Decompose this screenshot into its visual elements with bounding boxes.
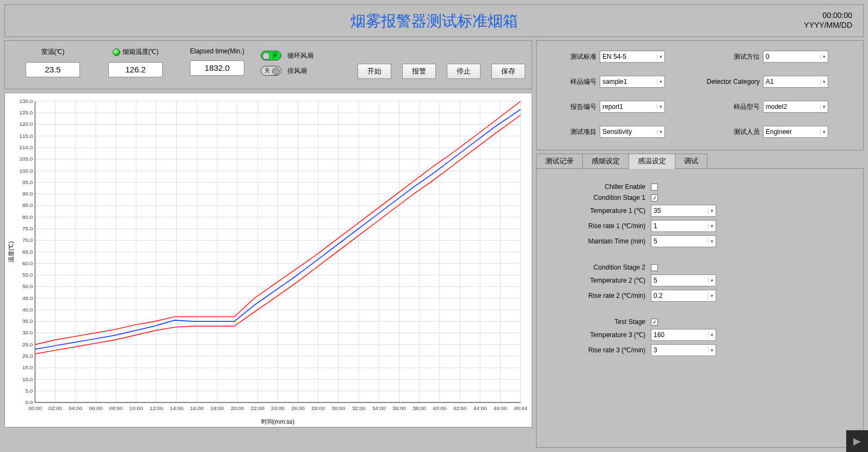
sample-id-label: 样品编号	[537, 77, 596, 87]
svg-text:125.0: 125.0	[19, 109, 33, 115]
rate2-combo[interactable]: 0.2▾	[651, 290, 716, 302]
chart-panel: 0.05.010.015.020.025.030.035.040.045.050…	[4, 93, 532, 427]
svg-text:24:00: 24:00	[271, 405, 285, 411]
save-button[interactable]: 保存	[491, 64, 525, 79]
chevron-down-icon: ▾	[820, 104, 826, 109]
clock-time: 00:00:00	[804, 10, 852, 20]
svg-text:5.0: 5.0	[26, 388, 33, 394]
stage1-checkbox[interactable]: ✓	[651, 194, 658, 201]
chat-widget-icon[interactable]: ▶	[846, 430, 868, 452]
svg-text:04:00: 04:00	[69, 405, 82, 411]
tab-debug[interactable]: 调试	[675, 154, 707, 169]
rate2-label: Rise rate 2 (℃/min)	[537, 292, 645, 300]
temp2-combo[interactable]: 5▾	[651, 274, 716, 286]
stop-button[interactable]: 停止	[447, 64, 481, 79]
sample-id-combo[interactable]: sample1▾	[600, 76, 665, 88]
tester-label: 测试人员	[700, 127, 760, 137]
svg-text:80.0: 80.0	[22, 214, 33, 220]
temp1-combo[interactable]: 35▾	[651, 205, 716, 217]
alarm-button[interactable]: 报警	[402, 64, 436, 79]
svg-text:36:00: 36:00	[392, 405, 406, 411]
chevron-down-icon: ▾	[820, 79, 826, 84]
clock-date: YYYY/MM/DD	[804, 20, 852, 30]
svg-text:50.0: 50.0	[22, 283, 33, 289]
svg-text:02:00: 02:00	[48, 405, 62, 411]
svg-text:35.0: 35.0	[22, 318, 33, 324]
chevron-down-icon: ▾	[708, 223, 713, 229]
chamber-temp-value: 126.2	[108, 62, 163, 77]
svg-text:25.0: 25.0	[22, 341, 33, 347]
detector-category-label: Detector Category	[700, 78, 760, 85]
svg-text:温度(℃): 温度(℃)	[8, 241, 14, 262]
maintain-label: Maintain Time (min)	[537, 237, 645, 245]
room-temp-label: 室温(℃)	[20, 47, 85, 57]
chevron-down-icon: ▾	[708, 278, 713, 283]
exhaust-fan-label: 排风扇	[287, 67, 307, 75]
tester-combo[interactable]: Engineer▾	[763, 126, 828, 138]
svg-text:08:00: 08:00	[109, 405, 123, 411]
rate3-label: Rise rate 3 (℃/min)	[537, 346, 645, 354]
param-frame: 测试标准 EN 54-5▾ 测试方位 0▾ 样品编号 sample1▾ Dete…	[536, 40, 864, 150]
test-stage-checkbox[interactable]: ✓	[651, 319, 658, 326]
chevron-down-icon: ▾	[708, 208, 713, 213]
elapsed-value: 1832.0	[190, 60, 244, 76]
svg-text:75.0: 75.0	[22, 225, 33, 231]
svg-text:14:00: 14:00	[170, 405, 183, 411]
svg-text:28:00: 28:00	[311, 405, 325, 411]
test-stage-label: Test Stage	[537, 318, 645, 326]
chevron-down-icon: ▾	[657, 54, 662, 59]
svg-text:26:00: 26:00	[291, 405, 305, 411]
chevron-down-icon: ▾	[820, 54, 826, 59]
svg-text:48:44: 48:44	[514, 405, 527, 411]
tab-temp-settings[interactable]: 感温设定	[629, 154, 675, 169]
chiller-enable-checkbox[interactable]	[651, 184, 658, 191]
report-id-combo[interactable]: report1▾	[600, 101, 665, 113]
tab-test-record[interactable]: 测试记录	[536, 154, 583, 169]
svg-text:85.0: 85.0	[22, 202, 33, 208]
svg-text:55.0: 55.0	[22, 272, 33, 278]
exhaust-fan-toggle[interactable]: 关	[261, 66, 281, 76]
tab-content-temp-settings: Chiller Enable Condition Stage 1✓ Temper…	[536, 168, 864, 448]
svg-text:60.0: 60.0	[22, 260, 33, 266]
svg-text:18:00: 18:00	[210, 405, 224, 411]
header-frame: 烟雾报警器测试标准烟箱 00:00:00 YYYY/MM/DD	[4, 4, 864, 37]
rate3-combo[interactable]: 3▾	[651, 344, 716, 356]
chevron-down-icon: ▾	[657, 79, 662, 84]
stage2-checkbox[interactable]	[651, 264, 658, 271]
action-button-row: 开始 报警 停止 保存	[358, 64, 525, 79]
svg-text:65.0: 65.0	[22, 249, 33, 255]
svg-text:10:00: 10:00	[130, 405, 143, 411]
svg-text:40:00: 40:00	[433, 405, 446, 411]
test-standard-combo[interactable]: EN 54-5▾	[600, 51, 665, 63]
start-button[interactable]: 开始	[358, 64, 391, 79]
temp3-combo[interactable]: 160▾	[651, 329, 716, 341]
chevron-down-icon: ▾	[820, 129, 826, 135]
stage1-label: Condition Stage 1	[537, 194, 645, 201]
chevron-down-icon: ▾	[657, 129, 662, 135]
svg-text:时间(mm:ss): 时间(mm:ss)	[261, 418, 295, 425]
test-item-combo[interactable]: Sensitivity▾	[600, 126, 665, 138]
app-title: 烟雾报警器测试标准烟箱	[5, 5, 863, 38]
svg-text:32:00: 32:00	[352, 405, 366, 411]
test-orientation-combo[interactable]: 0▾	[763, 51, 828, 63]
top-control-panel: 室温(℃) 23.5 烟箱温度(℃) 126.2 Elapsed time(Mi…	[4, 40, 532, 89]
svg-text:45.0: 45.0	[22, 295, 33, 301]
svg-text:115.0: 115.0	[19, 133, 33, 139]
cycle-fan-toggle[interactable]: 开	[261, 51, 281, 60]
chevron-down-icon: ▾	[708, 332, 713, 338]
sample-model-combo[interactable]: model2▾	[763, 101, 828, 113]
tab-smoke-settings[interactable]: 感烟设定	[582, 154, 629, 169]
chamber-temp-block: 烟箱温度(℃) 126.2	[97, 47, 174, 77]
svg-text:10.0: 10.0	[22, 376, 33, 382]
rate1-combo[interactable]: 1▾	[651, 220, 716, 232]
detector-category-combo[interactable]: A1▾	[763, 76, 828, 88]
maintain-combo[interactable]: 5▾	[651, 235, 716, 247]
svg-text:00:00: 00:00	[28, 405, 42, 411]
rate1-label: Rise rate 1 (℃/min)	[537, 222, 645, 230]
test-standard-label: 测试标准	[537, 52, 596, 62]
svg-text:30.0: 30.0	[22, 329, 33, 335]
svg-text:130.0: 130.0	[19, 98, 33, 104]
svg-text:34:00: 34:00	[372, 405, 386, 411]
room-temp-value: 23.5	[26, 62, 80, 77]
datetime-display: 00:00:00 YYYY/MM/DD	[804, 10, 852, 30]
